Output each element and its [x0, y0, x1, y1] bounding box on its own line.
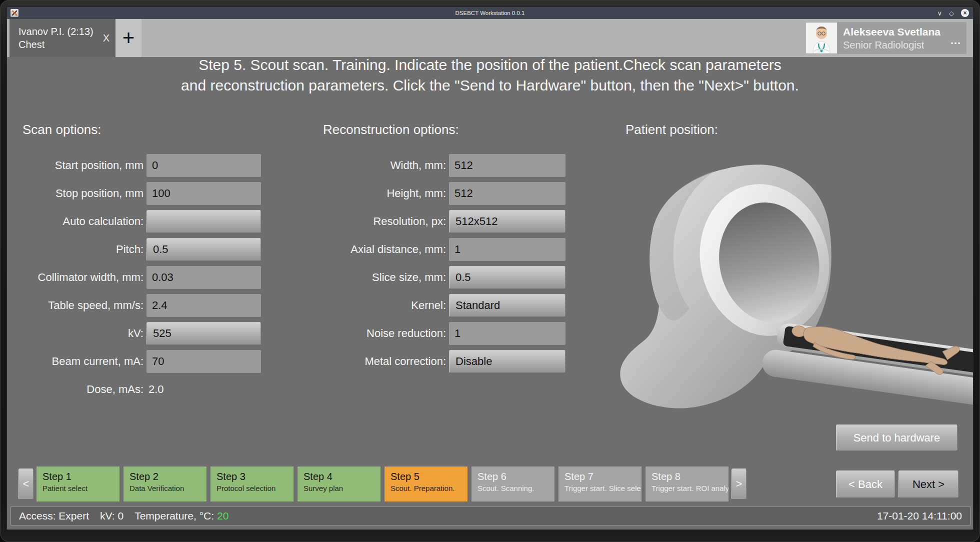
step-1-tile[interactable]: Step 1 Patient select: [36, 466, 120, 502]
form-row: Beam current, mA:: [22, 350, 261, 373]
instruction-line-1: Step 5. Scout scan. Training. Indicate t…: [7, 54, 973, 75]
slice-size-label: Slice size, mm:: [287, 271, 449, 284]
start-position-label: Start position, mm: [22, 159, 146, 172]
metal-correction-label: Metal correction:: [287, 355, 449, 368]
minimize-icon[interactable]: ∨: [937, 10, 942, 16]
form-row: Slice size, mm: 0.5: [287, 266, 566, 289]
noise-reduction-label: Noise reduction:: [287, 327, 449, 340]
auto-calculation-button[interactable]: [146, 210, 261, 233]
pitch-field[interactable]: 0.5: [146, 238, 261, 261]
application-window: DSEBCT Workstation 0.0.1 ∨ ◇ × Ivanov P.…: [6, 6, 974, 530]
window-controls: ∨ ◇ ×: [937, 7, 969, 19]
step-subtitle: Patient select: [42, 483, 116, 494]
step-title: Step 4: [304, 470, 378, 483]
stop-position-field[interactable]: [146, 182, 261, 205]
step-instructions: Step 5. Scout scan. Training. Indicate t…: [7, 54, 973, 96]
maximize-icon[interactable]: ◇: [949, 10, 954, 16]
dose-label: Dose, mAs:: [22, 383, 146, 396]
collimator-width-field[interactable]: [146, 266, 261, 289]
send-to-hardware-button[interactable]: Send to hardware: [836, 424, 958, 451]
title-bar: DSEBCT Workstation 0.0.1 ∨ ◇ ×: [7, 7, 973, 19]
datetime: 17-01-20 14:11:00: [877, 510, 962, 522]
user-avatar: [806, 22, 837, 54]
step-5-tile[interactable]: Step 5 Scout. Preparation.: [384, 466, 468, 502]
dose-row: Dose, mAs: 2.0: [22, 378, 261, 401]
auto-calculation-label: Auto calculation:: [22, 215, 146, 228]
axial-distance-field[interactable]: [449, 238, 566, 261]
form-row: Height, mm:: [287, 182, 566, 205]
step-title: Step 3: [216, 470, 290, 483]
user-chip[interactable]: Alekseeva Svetlana Senior Radiologist …: [806, 22, 966, 54]
access-level: Access: Expert: [19, 510, 89, 522]
width-field[interactable]: [449, 154, 566, 177]
step-3-tile[interactable]: Step 3 Protocol selection: [210, 466, 294, 502]
screen: DSEBCT Workstation 0.0.1 ∨ ◇ × Ivanov P.…: [0, 0, 980, 542]
ct-scanner-illustration: [600, 141, 974, 427]
form-row: Auto calculation:: [22, 210, 261, 233]
pitch-label: Pitch:: [22, 243, 146, 256]
form-row: Table speed, mm/s:: [22, 294, 261, 317]
next-button[interactable]: Next >: [898, 470, 958, 498]
form-row: Width, mm:: [287, 154, 566, 177]
stop-position-label: Stop position, mm: [22, 187, 146, 200]
noise-reduction-field[interactable]: [449, 322, 566, 345]
kernel-field[interactable]: Standard: [449, 294, 566, 317]
step-7-tile[interactable]: Step 7 Trigger start. Slice sele: [558, 466, 642, 502]
slice-size-field[interactable]: 0.5: [449, 266, 566, 289]
step-8-tile[interactable]: Step 8 Trigger start. ROI analy: [646, 466, 728, 502]
step-subtitle: Scout. Preparation.: [390, 483, 464, 494]
tab-close-icon[interactable]: X: [101, 32, 112, 44]
resolution-label: Resolution, px:: [287, 215, 449, 228]
reconstruction-options-heading: Reconstruction options:: [323, 122, 459, 138]
form-row: Metal correction: Disable: [287, 350, 566, 373]
form-row: kV: 525: [22, 322, 261, 345]
form-row: Stop position, mm: [22, 182, 261, 205]
steps-scroll-right-button[interactable]: >: [732, 468, 746, 500]
form-row: Noise reduction:: [287, 322, 566, 345]
kv-label: kV:: [22, 327, 146, 340]
step-title: Step 6: [478, 470, 552, 483]
resolution-field[interactable]: 512x512: [449, 210, 566, 233]
step-subtitle: Data Verification: [130, 483, 204, 494]
step-subtitle: Trigger start. ROI analy: [652, 483, 726, 494]
kv-field[interactable]: 525: [146, 322, 261, 345]
kv-status: kV: 0: [100, 510, 124, 522]
table-speed-label: Table speed, mm/s:: [22, 299, 146, 312]
tab-patient-study[interactable]: Ivanov P.I. (2:13) Chest X: [10, 19, 116, 57]
beam-current-label: Beam current, mA:: [22, 355, 146, 368]
table-speed-field[interactable]: [146, 294, 261, 317]
tab-patient-name: Ivanov P.I. (2:13): [18, 25, 100, 38]
axial-distance-label: Axial distance, mm:: [287, 243, 449, 256]
height-field[interactable]: [449, 182, 566, 205]
new-tab-button[interactable]: +: [116, 19, 142, 57]
steps-scroll-left-button[interactable]: <: [18, 468, 34, 500]
metal-correction-field[interactable]: Disable: [449, 350, 566, 373]
scan-options-form: Start position, mm Stop position, mm Aut…: [22, 154, 261, 401]
kernel-label: Kernel:: [287, 299, 449, 312]
step-2-tile[interactable]: Step 2 Data Verification: [124, 466, 206, 502]
back-button[interactable]: < Back: [836, 470, 895, 498]
reconstruction-options-form: Width, mm: Height, mm: Resolution, px: 5…: [287, 154, 566, 373]
beam-current-field[interactable]: [146, 350, 261, 373]
form-row: Resolution, px: 512x512: [287, 210, 566, 233]
instruction-line-2: and reconstruction parameters. Click the…: [7, 75, 973, 96]
step-subtitle: Trigger start. Slice sele: [564, 483, 638, 494]
dose-value: 2.0: [146, 383, 164, 396]
form-row: Collimator width, mm:: [22, 266, 261, 289]
step-4-tile[interactable]: Step 4 Survey plan: [298, 466, 380, 502]
user-menu-icon[interactable]: …: [950, 34, 962, 47]
start-position-field[interactable]: [146, 154, 261, 177]
patient-position-heading: Patient position:: [626, 122, 718, 138]
scan-options-heading: Scan options:: [22, 122, 102, 138]
step-6-tile[interactable]: Step 6 Scout. Scanning.: [472, 466, 554, 502]
tab-label: Ivanov P.I. (2:13) Chest: [18, 25, 100, 51]
step-subtitle: Scout. Scanning.: [478, 483, 552, 494]
form-row: Kernel: Standard: [287, 294, 566, 317]
collimator-width-label: Collimator width, mm:: [22, 271, 146, 284]
close-icon[interactable]: ×: [961, 9, 969, 17]
width-label: Width, mm:: [287, 159, 449, 172]
form-row: Pitch: 0.5: [22, 238, 261, 261]
tab-bar: Ivanov P.I. (2:13) Chest X +: [7, 19, 973, 57]
tab-study-name: Chest: [18, 38, 100, 51]
step-title: Step 2: [130, 470, 204, 483]
